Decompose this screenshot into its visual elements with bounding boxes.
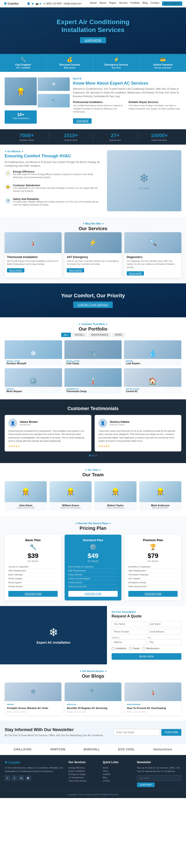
hero-btn[interactable]: LEARN MORE [80,37,106,43]
blogs-title: Our Blogs [5,674,181,679]
brand-ventcon: VENTCON [50,748,66,751]
form-location-row: Address City [112,637,181,645]
mission-title: Ensuring Comfort Through HVAC [5,154,102,158]
ptab-all[interactable]: ALL [61,333,71,337]
service-2-btn[interactable]: READ MORE [127,271,144,276]
portfolio-item-3[interactable]: ⚙️REPAIRMotor Repairs [5,368,62,394]
service-0-btn[interactable]: READ MORE [7,268,24,273]
team-img-1: 👷 [50,481,92,502]
form-address-field: Address [112,637,146,645]
ptab-more[interactable]: MORE [112,333,125,337]
footer-services-col: Our Services Energy Efficiency Expert In… [69,761,98,787]
satisfaction-icon: 😊 [5,184,11,190]
team-grid: 👷 John Davis LEAD INSTALLER 👷 William Ev… [5,481,181,511]
radio-maintenance-input[interactable] [142,647,145,650]
portfolio-item-4[interactable]: 🌡️THERMOSTATThermostat Clamp [64,368,122,394]
portfolio-item-1[interactable]: 🔧INSTALLATIONCold Clamp [64,340,122,366]
newsletter-btn[interactable]: SUBSCRIBE [161,729,181,736]
address-input[interactable] [112,639,146,645]
footer-service-1[interactable]: Expert Installation [69,770,85,772]
blog-0[interactable]: ❄ REPAIR Portable Versus Window AC Units… [5,682,61,715]
nav-contact[interactable]: Contact [150,1,159,6]
dot-1[interactable] [92,455,94,457]
feature-fast-support[interactable]: 🔧 Fast Support 24/7 available [0,54,46,72]
logo[interactable]: ❄ CoolAir [4,1,19,6]
footer-service-2[interactable]: Emergency Repair [69,773,86,775]
social-fb[interactable]: f [5,775,10,781]
footer-newsletter-form: SUBSCRIBE [137,775,181,787]
ptab-maintenance[interactable]: MAINTENANCE [88,333,111,337]
footer-link-4[interactable]: Contact [103,780,110,782]
portfolio-item-5[interactable]: 🏠INSTALLATIONCentral AC [124,368,181,394]
radio-maintenance[interactable]: Maintenance [142,647,159,650]
blog-2[interactable]: 🌡️ MAINTENANCE How To Prevent AC Overhea… [125,682,181,715]
portfolio-tabs: ALL INSTALL MAINTENANCE MORE [5,333,181,337]
footer-email-input[interactable] [137,775,181,781]
footer-service-0[interactable]: Energy Efficiency [69,767,85,769]
footer-link-3[interactable]: Blog [103,776,107,779]
radio-repair[interactable]: Repair [129,647,140,650]
form-lastname-field [147,621,181,627]
nav-service[interactable]: Service [119,1,128,6]
nav-quote-btn[interactable]: GET A QUOTE [162,1,182,6]
team-title: Our Team [5,472,181,477]
name-input[interactable] [112,621,146,627]
pricing-standard-btn[interactable]: CHOOSE PLAN [68,591,118,597]
dot-0[interactable] [89,455,91,457]
blogs-section: Our Recent Articles Our Blogs ❄ REPAIR P… [0,664,186,721]
radio-install[interactable]: Installation [112,647,127,650]
stats-bar: 7000+ Satisfied Clients 1010+ Projects D… [0,129,186,145]
feature-emergency[interactable]: ⚡ Emergency Service Any time [93,54,140,72]
footer-service-4[interactable]: Thermostat Service [69,780,87,782]
pricing-title: Pricing Plan [5,526,181,531]
form-contact-row [112,629,181,634]
service-emergency: ⚡ 24/7 Emergency Call Us Any Time To Qui… [64,232,121,278]
pricing-premium-btn[interactable]: CHOOSE PLAN [128,591,178,597]
footer-subscribe-btn[interactable]: SUBSCRIBE [137,782,155,787]
newsletter-input[interactable] [114,729,160,736]
city-input[interactable] [147,639,181,645]
nav-home[interactable]: Home [90,1,97,6]
book-now-btn[interactable]: BOOK NOW [112,653,181,660]
footer-link-2[interactable]: Portfolio [103,773,111,775]
nav-about[interactable]: About [99,1,106,6]
feature-discount[interactable]: 💰 Discount System Best prices [46,54,93,72]
radio-repair-input[interactable] [129,647,132,650]
footer-link-1[interactable]: About [103,770,108,772]
service-1-btn[interactable]: READ MORE [67,268,84,273]
lastname-input[interactable] [147,621,181,627]
mission-image: ❄ AC Units [107,150,181,211]
about-img-install: 🔧 [38,94,70,107]
social-yt[interactable]: ▶ [26,775,31,781]
pricing-basic-btn[interactable]: CHOOSE PLAN [8,591,58,597]
about-section: 👷 ❄ 🔧 10+ Years Experience Don't B Know … [0,72,186,129]
ptab-install[interactable]: INSTALL [72,333,87,337]
blog-img-1: 🔧 [65,682,121,701]
team-member-1: 👷 William Evans SERVICE MANAGER [50,481,92,511]
nav-portfolio[interactable]: Portfolio [130,1,140,6]
comfort-btn[interactable]: CONTACT OUR SERVICE [73,302,113,308]
portfolio-item-2[interactable]: 💧REPAIRLeak Repairs [124,340,181,366]
mission-text: Our Mission Ensuring Comfort Through HVA… [5,150,107,211]
radio-install-input[interactable] [112,647,115,650]
feature-payment[interactable]: 💳 Online Payment Secure payment [140,54,186,72]
nav-pages[interactable]: Pages [109,1,116,6]
blog-1[interactable]: 🔧 REGULAR Benefits Of Regular AC Servici… [65,682,121,715]
team-section: Our Team Our Team 👷 John Davis LEAD INST… [0,463,186,517]
phone-input[interactable] [112,629,146,634]
brands-section: CHILLSYNC VENTCON BUDCHILL ECO COOL Vent… [0,744,186,755]
email-input[interactable] [147,629,181,634]
about-more-btn[interactable]: CONTINUE [73,118,92,124]
quote-title: Request A Quote [112,614,181,618]
about-text: Don't B Know More About Expert AC Servic… [73,78,181,124]
footer-link-0[interactable]: Home [103,767,108,769]
portfolio-item-0[interactable]: ❄INSTALLATIONDuctless Minisplit [5,340,62,366]
social-links: 📘🐦📷▶ +1 (800) 123-4567 info@coolair.com [27,2,81,5]
social-ig[interactable]: in [19,775,24,781]
nav-blog[interactable]: Blog [143,1,148,6]
footer-service-3[interactable]: AC Maintenance [69,776,84,779]
stat-members: 10000+ Expert Members [137,132,181,141]
about-img-outdoor: ❄ [38,78,70,91]
dot-2[interactable] [95,455,97,457]
social-tw[interactable]: t [11,775,17,781]
